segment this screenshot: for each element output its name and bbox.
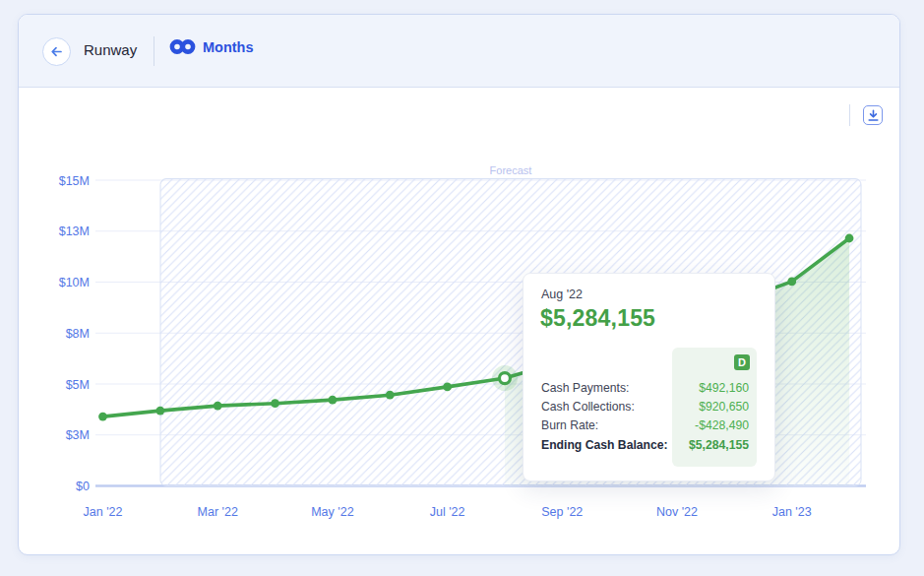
- tooltip-row-value: $5,284,155: [689, 438, 749, 452]
- x-axis-label: May '22: [311, 505, 353, 519]
- x-axis-labels: Jan '22Mar '22May '22Jul '22Sep '22Nov '…: [84, 505, 812, 519]
- tooltip-row-label: Cash Collections:: [541, 400, 635, 414]
- data-point[interactable]: [271, 399, 279, 408]
- tooltip-amount: $5,284,155: [540, 305, 655, 332]
- data-point[interactable]: [155, 407, 164, 416]
- data-point[interactable]: [386, 391, 395, 400]
- tooltip-row: Burn Rate: -$428,490: [541, 416, 749, 435]
- y-axis-label: $0: [76, 480, 90, 493]
- x-axis-label: Mar '22: [198, 505, 238, 519]
- y-axis-label: $13M: [59, 224, 90, 238]
- data-point[interactable]: [214, 402, 222, 411]
- x-axis-label: Jan '23: [772, 505, 812, 519]
- y-axis-label: $10M: [59, 276, 90, 289]
- tooltip-row-value: $492,160: [699, 381, 749, 395]
- tooltip-row-label: Ending Cash Balance:: [541, 438, 668, 452]
- data-point[interactable]: [329, 396, 338, 405]
- x-axis-label: Sep '22: [541, 505, 583, 519]
- tooltip-row-label: Cash Payments:: [541, 381, 629, 395]
- tooltip-row-value: -$428,490: [695, 418, 749, 432]
- y-axis-label: $8M: [66, 327, 90, 341]
- y-axis-label: $15M: [59, 174, 90, 188]
- tooltip-rows: Cash Payments: $492,160 Cash Collections…: [541, 378, 749, 455]
- forecast-label: Forecast: [490, 164, 532, 176]
- data-point[interactable]: [845, 234, 854, 243]
- data-point[interactable]: [787, 277, 796, 286]
- highlighted-data-point[interactable]: [499, 373, 510, 384]
- data-point[interactable]: [98, 413, 107, 421]
- tooltip-badge: D: [734, 354, 750, 370]
- tooltip-row-label: Burn Rate:: [541, 418, 598, 432]
- y-axis-labels: $0$3M$5M$8M$10M$13M$15M: [59, 174, 90, 494]
- x-axis-label: Nov '22: [656, 505, 698, 519]
- y-axis-label: $5M: [66, 378, 90, 392]
- chart-tooltip: Aug '22 $5,284,155 D Cash Payments: $492…: [523, 273, 775, 481]
- data-point[interactable]: [443, 382, 452, 391]
- tooltip-row: Ending Cash Balance: $5,284,155: [541, 435, 749, 454]
- tooltip-row-value: $920,650: [699, 400, 749, 414]
- runway-chart[interactable]: Forecast $0$3M$5M$8M$10M$13M$15M Jan '22…: [0, 0, 924, 576]
- y-axis-label: $3M: [66, 428, 90, 442]
- x-axis-label: Jul '22: [430, 505, 465, 519]
- tooltip-row: Cash Payments: $492,160: [541, 378, 749, 397]
- tooltip-month: Aug '22: [541, 288, 583, 301]
- x-axis-label: Jan '22: [84, 505, 123, 519]
- tooltip-row: Cash Collections: $920,650: [541, 397, 749, 416]
